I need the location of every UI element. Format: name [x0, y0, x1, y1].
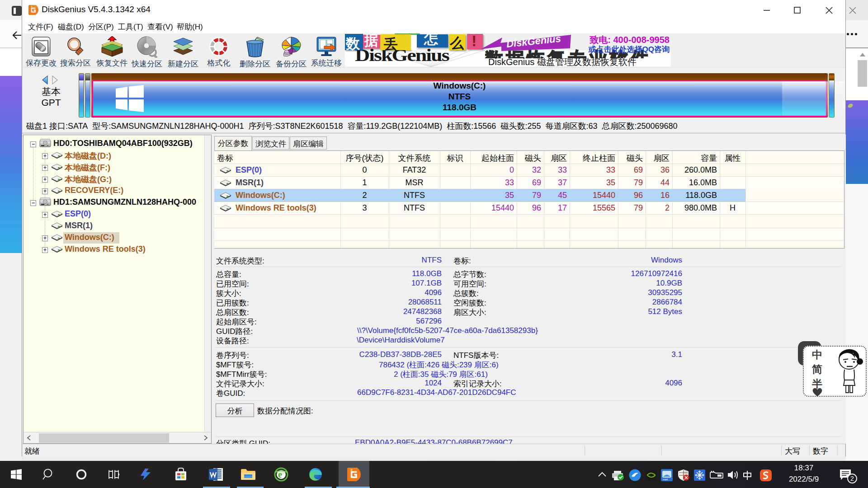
svg-text:intel: intel	[663, 478, 668, 481]
